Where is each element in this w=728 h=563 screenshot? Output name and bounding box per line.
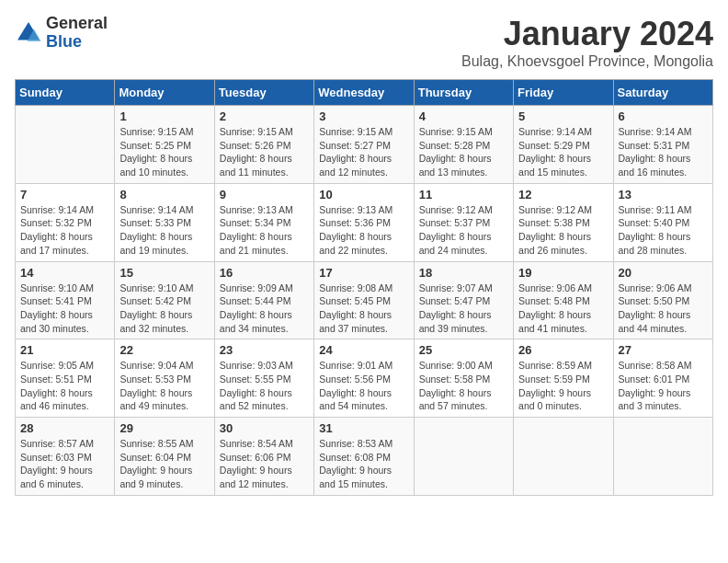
- day-info: Sunrise: 9:08 AMSunset: 5:45 PMDaylight:…: [319, 282, 408, 336]
- calendar-cell: 24Sunrise: 9:01 AMSunset: 5:56 PMDayligh…: [314, 339, 414, 418]
- day-number: 15: [119, 266, 209, 280]
- day-info: Sunrise: 9:10 AMSunset: 5:42 PMDaylight:…: [119, 282, 209, 336]
- day-info: Sunrise: 9:00 AMSunset: 5:58 PMDaylight:…: [419, 359, 508, 413]
- day-info: Sunrise: 9:05 AMSunset: 5:51 PMDaylight:…: [20, 359, 109, 413]
- day-number: 12: [518, 188, 608, 201]
- calendar-week-1: 1Sunrise: 9:15 AMSunset: 5:25 PMDaylight…: [16, 106, 713, 184]
- calendar-cell: 11Sunrise: 9:12 AMSunset: 5:37 PMDayligh…: [414, 183, 513, 261]
- day-number: 11: [419, 188, 508, 201]
- day-number: 18: [419, 266, 508, 280]
- day-info: Sunrise: 8:53 AMSunset: 6:08 PMDaylight:…: [319, 437, 408, 491]
- day-info: Sunrise: 9:11 AMSunset: 5:40 PMDaylight:…: [619, 203, 708, 258]
- day-info: Sunrise: 9:04 AMSunset: 5:53 PMDaylight:…: [119, 359, 209, 413]
- day-number: 22: [119, 343, 209, 357]
- day-info: Sunrise: 9:15 AMSunset: 5:25 PMDaylight:…: [119, 125, 209, 179]
- calendar-cell: 12Sunrise: 9:12 AMSunset: 5:38 PMDayligh…: [514, 183, 613, 261]
- calendar-cell: 16Sunrise: 9:09 AMSunset: 5:44 PMDayligh…: [214, 261, 313, 339]
- logo-icon: [15, 19, 42, 47]
- day-info: Sunrise: 8:58 AMSunset: 6:01 PMDaylight:…: [619, 359, 708, 413]
- day-info: Sunrise: 9:10 AMSunset: 5:41 PMDaylight:…: [20, 282, 109, 336]
- day-info: Sunrise: 9:01 AMSunset: 5:56 PMDaylight:…: [319, 359, 408, 413]
- day-info: Sunrise: 9:12 AMSunset: 5:38 PMDaylight:…: [518, 203, 608, 258]
- day-info: Sunrise: 9:07 AMSunset: 5:47 PMDaylight:…: [419, 282, 508, 336]
- calendar-cell: [16, 106, 115, 184]
- calendar-table: SundayMondayTuesdayWednesdayThursdayFrid…: [15, 79, 713, 496]
- calendar-week-5: 28Sunrise: 8:57 AMSunset: 6:03 PMDayligh…: [16, 418, 713, 496]
- day-info: Sunrise: 8:59 AMSunset: 5:59 PMDaylight:…: [518, 359, 608, 413]
- day-number: 14: [20, 266, 109, 280]
- day-number: 17: [319, 266, 408, 280]
- calendar-week-2: 7Sunrise: 9:14 AMSunset: 5:32 PMDaylight…: [16, 183, 713, 261]
- day-info: Sunrise: 9:15 AMSunset: 5:28 PMDaylight:…: [419, 125, 508, 179]
- logo-blue-text: Blue: [46, 32, 82, 51]
- calendar-cell: 17Sunrise: 9:08 AMSunset: 5:45 PMDayligh…: [314, 261, 414, 339]
- calendar-week-3: 14Sunrise: 9:10 AMSunset: 5:41 PMDayligh…: [16, 261, 713, 339]
- day-number: 2: [220, 109, 309, 123]
- calendar-body: 1Sunrise: 9:15 AMSunset: 5:25 PMDaylight…: [16, 106, 713, 496]
- calendar-cell: 3Sunrise: 9:15 AMSunset: 5:27 PMDaylight…: [314, 106, 414, 184]
- day-info: Sunrise: 9:09 AMSunset: 5:44 PMDaylight:…: [220, 282, 309, 336]
- day-info: Sunrise: 8:54 AMSunset: 6:06 PMDaylight:…: [220, 437, 309, 491]
- day-number: 16: [220, 266, 309, 280]
- day-number: 1: [119, 109, 209, 123]
- calendar-cell: 7Sunrise: 9:14 AMSunset: 5:32 PMDaylight…: [16, 183, 115, 261]
- calendar-cell: 19Sunrise: 9:06 AMSunset: 5:48 PMDayligh…: [514, 261, 613, 339]
- day-number: 28: [20, 421, 109, 435]
- subtitle: Bulag, Khoevsgoel Province, Mongolia: [461, 53, 713, 70]
- header-sunday: Sunday: [16, 80, 115, 106]
- calendar-cell: 18Sunrise: 9:07 AMSunset: 5:47 PMDayligh…: [414, 261, 513, 339]
- calendar-cell: [514, 418, 613, 496]
- header-monday: Monday: [115, 80, 214, 106]
- title-area: January 2024 Bulag, Khoevsgoel Province,…: [461, 15, 713, 70]
- day-number: 8: [119, 188, 209, 201]
- calendar-cell: [414, 418, 513, 496]
- day-info: Sunrise: 9:14 AMSunset: 5:33 PMDaylight:…: [119, 203, 209, 258]
- day-info: Sunrise: 9:14 AMSunset: 5:32 PMDaylight:…: [20, 203, 109, 258]
- day-number: 20: [619, 266, 708, 280]
- day-number: 24: [319, 343, 408, 357]
- calendar-cell: 30Sunrise: 8:54 AMSunset: 6:06 PMDayligh…: [214, 418, 313, 496]
- day-number: 10: [319, 188, 408, 201]
- day-info: Sunrise: 9:06 AMSunset: 5:50 PMDaylight:…: [619, 282, 708, 336]
- calendar-cell: 4Sunrise: 9:15 AMSunset: 5:28 PMDaylight…: [414, 106, 513, 184]
- day-number: 29: [119, 421, 209, 435]
- calendar-header-row: SundayMondayTuesdayWednesdayThursdayFrid…: [16, 80, 713, 106]
- calendar-cell: 6Sunrise: 9:14 AMSunset: 5:31 PMDaylight…: [613, 106, 712, 184]
- calendar-cell: 2Sunrise: 9:15 AMSunset: 5:26 PMDaylight…: [214, 106, 313, 184]
- calendar-cell: 21Sunrise: 9:05 AMSunset: 5:51 PMDayligh…: [16, 339, 115, 418]
- calendar-cell: 31Sunrise: 8:53 AMSunset: 6:08 PMDayligh…: [314, 418, 414, 496]
- day-number: 30: [220, 421, 309, 435]
- day-info: Sunrise: 9:14 AMSunset: 5:31 PMDaylight:…: [619, 125, 708, 179]
- day-info: Sunrise: 9:03 AMSunset: 5:55 PMDaylight:…: [220, 359, 309, 413]
- day-info: Sunrise: 9:15 AMSunset: 5:27 PMDaylight:…: [319, 125, 408, 179]
- day-number: 21: [20, 343, 109, 357]
- calendar-cell: 5Sunrise: 9:14 AMSunset: 5:29 PMDaylight…: [514, 106, 613, 184]
- day-info: Sunrise: 9:12 AMSunset: 5:37 PMDaylight:…: [419, 203, 508, 258]
- day-number: 13: [619, 188, 708, 201]
- day-info: Sunrise: 9:06 AMSunset: 5:48 PMDaylight:…: [518, 282, 608, 336]
- header-wednesday: Wednesday: [314, 80, 414, 106]
- calendar-cell: 23Sunrise: 9:03 AMSunset: 5:55 PMDayligh…: [214, 339, 313, 418]
- logo: General Blue: [15, 15, 108, 52]
- day-number: 6: [619, 109, 708, 123]
- header-tuesday: Tuesday: [214, 80, 313, 106]
- calendar-cell: 22Sunrise: 9:04 AMSunset: 5:53 PMDayligh…: [115, 339, 214, 418]
- calendar-week-4: 21Sunrise: 9:05 AMSunset: 5:51 PMDayligh…: [16, 339, 713, 418]
- logo-general-text: General: [46, 14, 108, 32]
- calendar-cell: 15Sunrise: 9:10 AMSunset: 5:42 PMDayligh…: [115, 261, 214, 339]
- calendar-cell: 13Sunrise: 9:11 AMSunset: 5:40 PMDayligh…: [613, 183, 712, 261]
- calendar-cell: 27Sunrise: 8:58 AMSunset: 6:01 PMDayligh…: [613, 339, 712, 418]
- calendar-cell: 29Sunrise: 8:55 AMSunset: 6:04 PMDayligh…: [115, 418, 214, 496]
- day-info: Sunrise: 8:57 AMSunset: 6:03 PMDaylight:…: [20, 437, 109, 491]
- day-number: 25: [419, 343, 508, 357]
- calendar-cell: 25Sunrise: 9:00 AMSunset: 5:58 PMDayligh…: [414, 339, 513, 418]
- calendar-cell: 20Sunrise: 9:06 AMSunset: 5:50 PMDayligh…: [613, 261, 712, 339]
- day-info: Sunrise: 9:15 AMSunset: 5:26 PMDaylight:…: [220, 125, 309, 179]
- day-number: 23: [220, 343, 309, 357]
- header-friday: Friday: [514, 80, 613, 106]
- day-number: 5: [518, 109, 608, 123]
- calendar-cell: 28Sunrise: 8:57 AMSunset: 6:03 PMDayligh…: [16, 418, 115, 496]
- calendar-cell: 8Sunrise: 9:14 AMSunset: 5:33 PMDaylight…: [115, 183, 214, 261]
- day-info: Sunrise: 9:13 AMSunset: 5:36 PMDaylight:…: [319, 203, 408, 258]
- day-number: 7: [20, 188, 109, 201]
